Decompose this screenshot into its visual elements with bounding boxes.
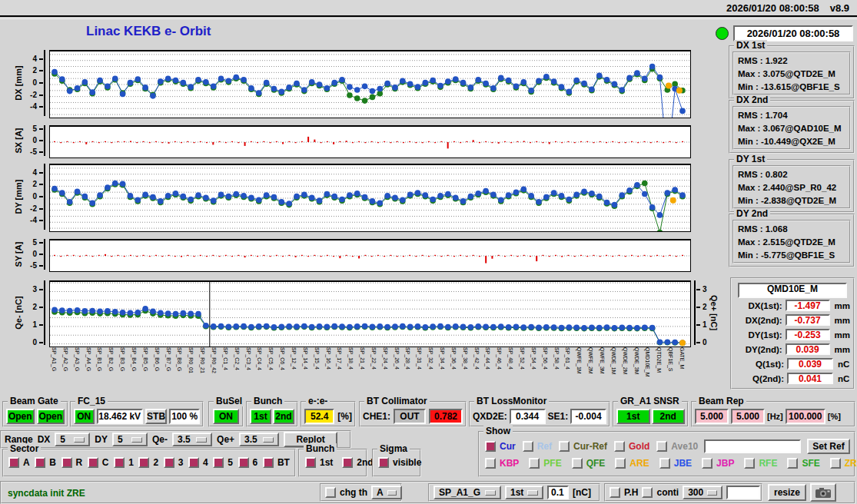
- checkbox-ave10[interactable]: Ave10: [656, 441, 698, 452]
- checkbox-conti[interactable]: conti: [642, 487, 679, 498]
- stat-max: Max : 3.075@QTD2E_M: [738, 68, 845, 81]
- qmd-row-label: Q(1st):: [736, 360, 784, 369]
- checkbox-b[interactable]: B: [35, 457, 56, 468]
- x-axis-label: SP_B3_G: [119, 347, 125, 371]
- checkbox-p-h[interactable]: P.H: [610, 487, 638, 498]
- checkbox-cur-ref[interactable]: Cur-Ref: [559, 441, 607, 452]
- qe-chart-svg: [50, 282, 690, 346]
- checkbox-6[interactable]: 6: [238, 457, 258, 468]
- group-label: Sector: [8, 443, 41, 454]
- checkbox-label: RFE: [759, 458, 777, 469]
- range-qep-dropdown[interactable]: 3.5: [239, 433, 279, 446]
- y-tick: [39, 307, 43, 308]
- nc-unit-label: [nC]: [573, 487, 591, 498]
- checkbox-r[interactable]: R: [61, 457, 83, 468]
- qmd-row: DY(2nd):0.039mm: [736, 343, 850, 356]
- points-dropdown[interactable]: 300: [683, 486, 722, 499]
- checkbox-box: [523, 441, 533, 452]
- qe-right-axis: [694, 280, 696, 345]
- checkbox-qfe[interactable]: QFE: [572, 458, 606, 469]
- x-axis-label: SP_C3_4: [245, 347, 251, 370]
- checkbox-box: [787, 458, 798, 469]
- busel-on-button[interactable]: ON: [213, 409, 239, 424]
- resize-button[interactable]: resize: [768, 484, 806, 501]
- qmd-panel: QMD10E_M DX(1st):-1.497mmDX(2nd):-0.737m…: [730, 277, 855, 390]
- stat-max: Max : 2.515@QTD2E_M: [738, 236, 845, 249]
- checkbox-1[interactable]: 1: [114, 457, 134, 468]
- y-tick: [39, 184, 43, 185]
- beam-gate-open-button-2[interactable]: Open: [37, 409, 65, 424]
- checkbox-2nd[interactable]: 2nd: [342, 457, 373, 468]
- dropdown-indicator-icon: [485, 490, 496, 496]
- checkbox-chg-th[interactable]: chg th: [325, 487, 367, 498]
- snsr-1st-button[interactable]: 1st: [616, 409, 650, 424]
- range-dy-dropdown[interactable]: 5: [112, 433, 148, 446]
- checkbox-4[interactable]: 4: [188, 457, 208, 468]
- dropdown-indicator-icon: [196, 437, 207, 443]
- bpm-dropdown[interactable]: SP_A1_G: [433, 486, 501, 499]
- extra-input[interactable]: [726, 486, 760, 499]
- th-dropdown[interactable]: A: [371, 486, 402, 499]
- checkbox-ref[interactable]: Ref: [523, 441, 552, 452]
- checkbox-kbp[interactable]: KBP: [485, 458, 519, 469]
- qxd2e-label: QXD2E:: [473, 411, 507, 422]
- range-dx-dropdown[interactable]: 5: [55, 433, 90, 446]
- ref-name-input[interactable]: [704, 439, 801, 453]
- bunch-2nd-button[interactable]: 2nd: [273, 409, 294, 424]
- beam-gate-open-button-1[interactable]: Open: [6, 409, 35, 424]
- checkbox-zre[interactable]: ZRE: [830, 458, 857, 469]
- x-axis-label: SP_15_4: [314, 347, 320, 370]
- sector-checkboxes: ABRC123456BT: [8, 457, 290, 468]
- x-axis-label: SP_22_4: [370, 347, 377, 370]
- checkbox-gold[interactable]: Gold: [614, 441, 649, 452]
- checkbox-a[interactable]: A: [8, 457, 30, 468]
- hz-unit-label: [Hz]: [767, 412, 783, 421]
- group-label: GR_A1 SNSR: [618, 396, 682, 406]
- fc15-on-button[interactable]: ON: [74, 409, 95, 424]
- checkbox-rfe[interactable]: RFE: [744, 458, 777, 469]
- stat-min: Min : -13.615@QBF1E_S: [738, 81, 845, 94]
- right-y-tick: [696, 342, 700, 343]
- sy-y-axis: [44, 239, 45, 270]
- stat-min: Min : -10.449@QX2E_M: [738, 135, 845, 148]
- bunch-1st-button[interactable]: 1st: [250, 409, 271, 424]
- y-tick: [39, 140, 43, 141]
- x-axis-label: SP_A3_G: [74, 347, 80, 371]
- checkbox-c[interactable]: C: [88, 457, 109, 468]
- y-tick: [39, 289, 43, 290]
- ee-ratio-group: e-:e- 52.4 [%]: [301, 401, 356, 427]
- stats-group-body: RMS : 1.704 Max : 3.067@QAD10E_M Min : -…: [732, 106, 851, 150]
- bunch-dropdown[interactable]: 1st: [505, 486, 543, 499]
- x-axis-label: QWFE_3M: [599, 347, 605, 374]
- qmd-row: DY(1st):-0.253mm: [736, 328, 850, 341]
- checkbox-jbp[interactable]: JBP: [702, 458, 734, 469]
- checkbox-1st[interactable]: 1st: [305, 457, 333, 468]
- beam-gate-group: Beam Gate Open Open: [2, 401, 68, 427]
- range-qem-label: Qe-: [152, 434, 168, 445]
- fc15-kv-value: 18.462 kV: [97, 409, 143, 424]
- checkbox-5[interactable]: 5: [213, 457, 233, 468]
- status-message: syncdata init ZRE: [8, 488, 85, 499]
- checkbox-are[interactable]: ARE: [615, 458, 649, 469]
- checkbox-cur[interactable]: Cur: [485, 441, 516, 452]
- checkbox-visible[interactable]: visible: [378, 457, 421, 468]
- checkbox-jbe[interactable]: JBE: [659, 458, 692, 469]
- snapshot-button[interactable]: [810, 483, 836, 502]
- checkbox-bt[interactable]: BT: [263, 457, 290, 468]
- checkbox-label: 4: [203, 457, 208, 468]
- x-axis-label: SP_B4_G: [131, 347, 137, 371]
- checkbox-2[interactable]: 2: [138, 457, 158, 468]
- threshold-input[interactable]: [547, 486, 569, 499]
- checkbox-sfe[interactable]: SFE: [787, 458, 819, 469]
- set-ref-button[interactable]: Set Ref: [807, 439, 850, 454]
- dropdown-indicator-icon: [131, 437, 142, 443]
- qmd-row-unit: mm: [835, 301, 850, 310]
- stat-rms: RMS : 1.068: [738, 223, 845, 236]
- checkbox-pfe[interactable]: PFE: [529, 458, 561, 469]
- fc15-stb-button[interactable]: STB: [145, 409, 167, 424]
- checkbox-3[interactable]: 3: [164, 457, 184, 468]
- snsr-2nd-button[interactable]: 2nd: [652, 409, 686, 424]
- sx-y-axis: [44, 125, 45, 156]
- checkbox-label: C: [102, 457, 109, 468]
- range-qem-dropdown[interactable]: 3.5: [172, 433, 212, 446]
